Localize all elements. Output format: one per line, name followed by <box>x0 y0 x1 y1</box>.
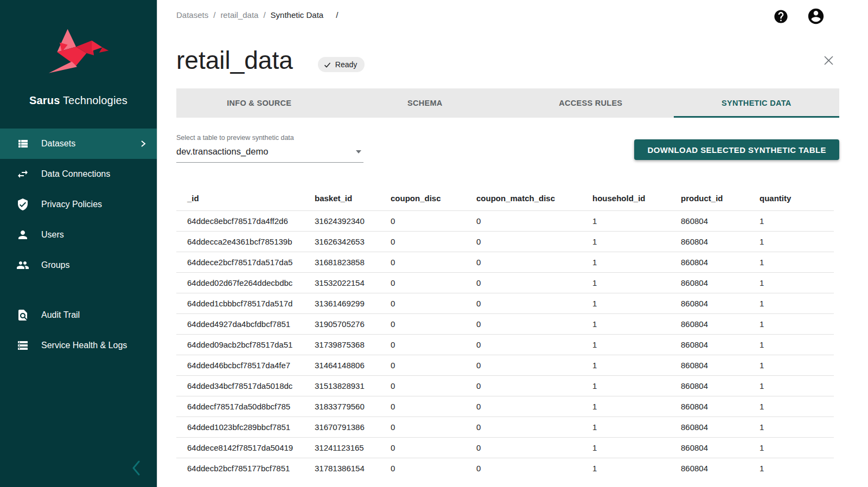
cell-coupon_disc: 0 <box>391 335 476 355</box>
breadcrumb-retail-data[interactable]: retail_data <box>220 10 258 20</box>
table-row: 64dded02d67fe264ddecbdbc3153202215400186… <box>176 273 834 293</box>
sidebar-item-label: Groups <box>41 260 69 270</box>
table-row: 64ddece2bcf78517da517da53168182385800186… <box>176 252 834 273</box>
sidebar-section-gap <box>0 280 157 300</box>
cell-household_id: 1 <box>592 438 681 458</box>
tab-info-source[interactable]: INFO & SOURCE <box>176 88 342 118</box>
sidebar-item-data-connections[interactable]: Data Connections <box>0 159 157 189</box>
status-badge: Ready <box>318 57 365 72</box>
sidebar-nav: Datasets Data Connections Privacy Polici… <box>0 129 157 361</box>
topbar-icons <box>773 7 825 25</box>
breadcrumb-synthetic-data[interactable]: Synthetic Data <box>271 10 324 20</box>
cell-coupon_match_disc: 0 <box>476 458 592 479</box>
cell-basket_id: 31739875368 <box>315 335 391 355</box>
tab-access-rules[interactable]: ACCESS RULES <box>508 88 674 118</box>
tabbar: INFO & SOURCE SCHEMA ACCESS RULES SYNTHE… <box>176 88 839 118</box>
sidebar-item-groups[interactable]: Groups <box>0 250 157 280</box>
cell-basket_id: 31624392340 <box>315 211 391 232</box>
cell-product_id: 860804 <box>681 376 760 396</box>
column-header-basket_id: basket_id <box>315 188 391 211</box>
breadcrumb-datasets[interactable]: Datasets <box>176 10 208 20</box>
synthetic-data-table: _idbasket_idcoupon_disccoupon_match_disc… <box>176 188 834 479</box>
cell-product_id: 860804 <box>681 417 760 438</box>
cell-quantity: 1 <box>760 293 834 314</box>
table-select-value: dev.transactions_demo <box>176 146 356 157</box>
cell-basket_id: 31833779560 <box>315 396 391 417</box>
cell-household_id: 1 <box>592 376 681 396</box>
cell-coupon_match_disc: 0 <box>476 396 592 417</box>
sidebar-item-users[interactable]: Users <box>0 220 157 250</box>
cell-quantity: 1 <box>760 314 834 335</box>
cell-household_id: 1 <box>592 293 681 314</box>
cell-coupon_match_disc: 0 <box>476 376 592 396</box>
origami-bird-logo <box>44 26 113 80</box>
table-row: 64ddecca2e4361bcf785139b3162634265300186… <box>176 232 834 252</box>
column-header-_id: _id <box>176 188 315 211</box>
sidebar-item-label: Users <box>41 230 64 240</box>
cell-coupon_match_disc: 0 <box>476 232 592 252</box>
cell-coupon_match_disc: 0 <box>476 273 592 293</box>
cell-quantity: 1 <box>760 211 834 232</box>
topbar: Datasets / retail_data / Synthetic Data … <box>176 0 839 25</box>
cell-_id: 64ddec8ebcf78517da4ff2d6 <box>176 211 315 232</box>
cell-coupon_disc: 0 <box>391 273 476 293</box>
brand: Sarus Technologies <box>0 0 157 107</box>
cell-coupon_match_disc: 0 <box>476 417 592 438</box>
cell-_id: 64dded34bcf78517da5018dc <box>176 376 315 396</box>
cell-coupon_match_disc: 0 <box>476 314 592 335</box>
account-icon[interactable] <box>807 7 825 25</box>
cell-coupon_disc: 0 <box>391 252 476 273</box>
close-icon[interactable] <box>824 55 834 68</box>
cell-_id: 64dded02d67fe264ddecbdbc <box>176 273 315 293</box>
cell-coupon_disc: 0 <box>391 355 476 376</box>
toolbar: Select a table to preview synthetic data… <box>176 134 839 165</box>
sidebar-item-service-health-logs[interactable]: Service Health & Logs <box>0 330 157 361</box>
dropdown-arrow-icon <box>356 150 361 153</box>
document-search-icon <box>16 309 29 322</box>
sidebar-item-datasets[interactable]: Datasets <box>0 129 157 159</box>
cell-product_id: 860804 <box>681 252 760 273</box>
cell-coupon_disc: 0 <box>391 376 476 396</box>
cell-_id: 64dded46bcbcf78517da4fe7 <box>176 355 315 376</box>
cell-household_id: 1 <box>592 314 681 335</box>
cell-household_id: 1 <box>592 232 681 252</box>
cell-household_id: 1 <box>592 273 681 293</box>
cell-quantity: 1 <box>760 458 834 479</box>
server-list-icon <box>16 339 29 352</box>
brand-name: Sarus Technologies <box>0 94 157 107</box>
sidebar-item-label: Data Connections <box>41 169 110 179</box>
shield-check-icon <box>16 198 29 211</box>
help-icon[interactable] <box>773 9 789 24</box>
sidebar-item-privacy-policies[interactable]: Privacy Policies <box>0 189 157 220</box>
cell-basket_id: 31681823858 <box>315 252 391 273</box>
cell-_id: 64ddecf78517da50d8bcf785 <box>176 396 315 417</box>
table-row: 64dded46bcbcf78517da4fe73146414880600186… <box>176 355 834 376</box>
column-header-coupon_match_disc: coupon_match_disc <box>476 188 592 211</box>
cell-basket_id: 31513828931 <box>315 376 391 396</box>
column-header-coupon_disc: coupon_disc <box>391 188 476 211</box>
sidebar-collapse-button[interactable] <box>128 459 144 477</box>
table-row: 64ddecf78517da50d8bcf7853183377956000186… <box>176 396 834 417</box>
table-body: 64ddec8ebcf78517da4ff2d63162439234000186… <box>176 211 834 479</box>
cell-basket_id: 31241123165 <box>315 438 391 458</box>
cell-quantity: 1 <box>760 273 834 293</box>
sidebar-item-label: Audit Trail <box>41 310 80 320</box>
table-row: 64ddec8ebcf78517da4ff2d63162439234000186… <box>176 211 834 232</box>
cell-household_id: 1 <box>592 396 681 417</box>
chevron-right-icon <box>139 140 147 148</box>
table-row: 64dded1cbbbcf78517da517d3136146929900186… <box>176 293 834 314</box>
title-row: retail_data Ready <box>176 46 839 75</box>
sidebar-item-audit-trail[interactable]: Audit Trail <box>0 300 157 330</box>
tab-synthetic-data[interactable]: SYNTHETIC DATA <box>674 88 840 118</box>
table-select[interactable]: dev.transactions_demo <box>176 146 363 163</box>
page-title: retail_data <box>176 46 293 75</box>
tab-schema[interactable]: SCHEMA <box>342 88 508 118</box>
people-icon <box>16 259 29 272</box>
cell-product_id: 860804 <box>681 314 760 335</box>
datasets-list-icon <box>16 137 29 150</box>
cell-quantity: 1 <box>760 335 834 355</box>
table-row: 64ddece8142f78517da504193124112316500186… <box>176 438 834 458</box>
column-header-household_id: household_id <box>592 188 681 211</box>
cell-coupon_match_disc: 0 <box>476 355 592 376</box>
download-synthetic-table-button[interactable]: DOWNLOAD SELECTED SYNTHETIC TABLE <box>634 139 839 160</box>
